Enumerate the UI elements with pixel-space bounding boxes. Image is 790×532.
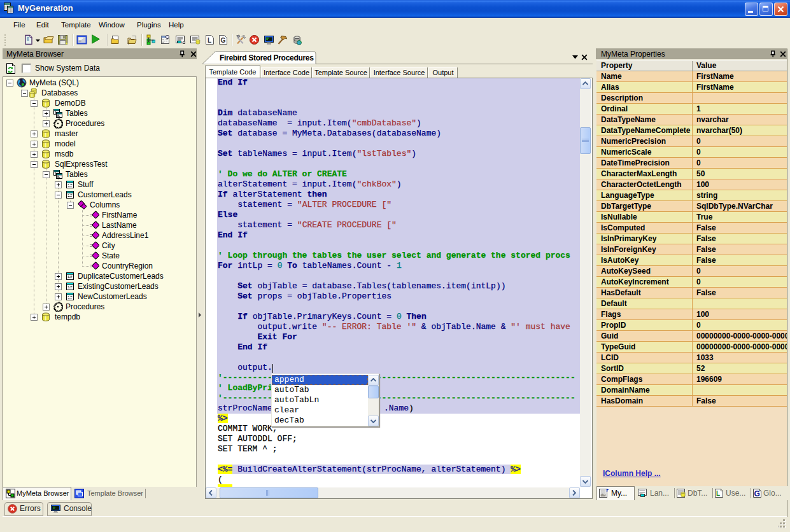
svg-text:L: L (716, 490, 720, 497)
svg-text:G: G (221, 37, 226, 44)
svg-text:L: L (208, 37, 211, 44)
svg-text:G: G (754, 489, 760, 498)
